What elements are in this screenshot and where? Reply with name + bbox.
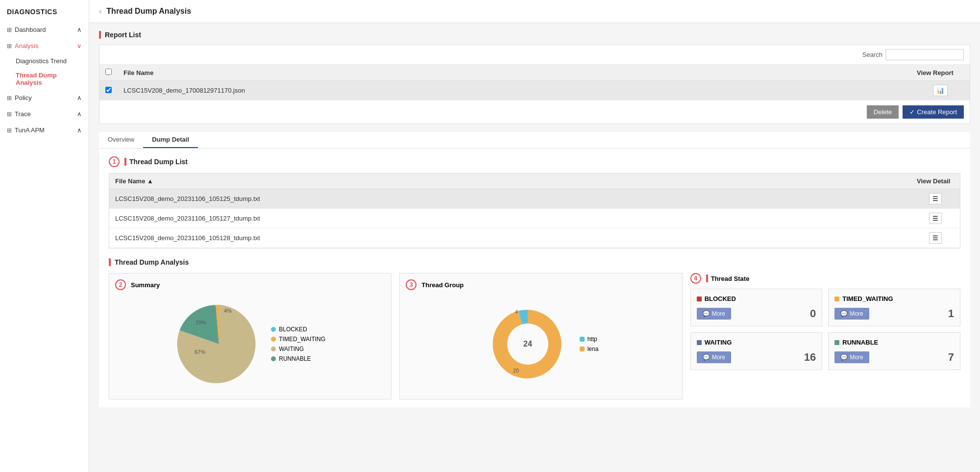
table-row: LCSC15V208_demo_20231106_105128_tdump.tx… [109,228,960,248]
state-label-waiting: WAITING [705,339,732,346]
donut-label-lena: 20 [513,368,519,373]
thread-state-header: 4 Thread State [690,273,960,284]
state-dot-waiting [697,340,702,345]
analysis-icon: ⊞ [7,43,12,50]
more-label-runnable: More [850,354,863,361]
table-row: LCSC15V208_demo_1700812971170.json 📊 [99,81,970,100]
comment-icon-blocked: 💬 [703,310,710,317]
tabs-bar: Overview Dump Detail [99,132,970,149]
view-detail-button-1[interactable]: ☰ [929,213,942,224]
state-count-timed: 1 [948,307,954,320]
create-report-button[interactable]: ✓ Create Report [903,105,964,119]
thread-group-chart-header: 3 Thread Group [406,279,676,290]
pie-label-waiting: 67% [195,349,205,355]
thread-dump-list-card: File Name ▲ View Detail LCSC15V208_demo_… [109,173,960,248]
back-button[interactable]: ‹ [99,7,101,16]
state-blocked-header: BLOCKED [697,295,816,302]
tuna-chevron-icon: ∧ [77,126,82,134]
state-grid: BLOCKED 💬 More 0 [690,289,960,370]
topbar: ‹ Thread Dump Analysis [89,0,980,23]
state-card-runnable: RUNNABLE 💬 More 7 [828,332,960,370]
thread-group-legend: http lena [580,336,599,352]
sidebar-item-tuna-apm[interactable]: ⊞ TunA APM ∧ [0,122,89,138]
report-list-title: Report List [105,31,141,39]
state-label-blocked: BLOCKED [705,295,736,302]
view-report-button[interactable]: 📊 [933,85,948,96]
sidebar-item-policy[interactable]: ⊞ Policy ∧ [0,90,89,106]
donut-chart-svg: 24 4 20 [484,300,572,388]
viewreport-header: View Report [911,65,970,81]
view-detail-button-0[interactable]: ☰ [929,193,942,204]
legend-item-http: http [580,336,599,343]
thread-row-filename: LCSC15V208_demo_20231106_105127_tdump.tx… [109,209,911,228]
sidebar-item-label-tuna: TunA APM [15,126,45,134]
step1-header: 1 Thread Dump List [109,156,960,167]
view-detail-button-2[interactable]: ☰ [929,232,942,244]
legend-dot-http [580,337,585,342]
sidebar: DIAGNOSTICS ⊞ Dashboard ∧ ⊞ Analysis ∨ D… [0,0,89,472]
comment-icon-waiting: 💬 [703,354,710,361]
state-count-waiting: 16 [804,351,816,364]
legend-dot-blocked [271,327,276,332]
state-runnable-header: RUNNABLE [834,339,954,346]
dashboard-icon: ⊞ [7,26,12,33]
sidebar-sub-thread-dump-analysis[interactable]: Thread Dump Analysis [0,68,89,90]
chevron-down-icon: ∨ [77,42,82,50]
section-bar [99,31,101,39]
state-count-runnable: 7 [948,351,954,364]
legend-item-timed-waiting: TIMED_WAITING [271,336,325,343]
more-button-waiting[interactable]: 💬 More [697,351,731,363]
select-all-checkbox[interactable] [105,69,112,75]
tab-dump-detail[interactable]: Dump Detail [143,132,198,148]
thread-filename-header: File Name ▲ [109,174,911,189]
donut-label-http: 4 [515,309,518,315]
table-row: LCSC15V208_demo_20231106_105127_tdump.tx… [109,209,960,228]
action-row: Delete ✓ Create Report [99,100,970,124]
donut-container: 24 4 20 http lena [406,295,676,393]
state-dot-blocked [697,297,702,301]
state-card-blocked: BLOCKED 💬 More 0 [690,289,823,326]
sidebar-item-label-dashboard: Dashboard [15,26,46,33]
more-button-timed[interactable]: 💬 More [834,308,869,320]
legend-item-lena: lena [580,346,599,352]
sidebar-sub-diagnostics-trend[interactable]: Diagnostics Trend [0,54,89,68]
sidebar-item-label-analysis: Analysis [15,42,38,50]
state-waiting-header: WAITING [697,339,816,346]
trace-icon: ⊞ [7,111,12,118]
viewdetail-header: View Detail [911,174,960,189]
legend-label-timed: TIMED_WAITING [279,336,325,343]
sidebar-item-analysis[interactable]: ⊞ Analysis ∨ [0,38,89,54]
sidebar-item-trace[interactable]: ⊞ Trace ∧ [0,106,89,122]
state-runnable-bottom: 💬 More 7 [834,351,954,364]
delete-button[interactable]: Delete [867,105,899,119]
analysis-bar [109,258,111,266]
more-label-blocked: More [712,310,725,317]
tab-overview[interactable]: Overview [99,132,143,148]
policy-chevron-icon: ∧ [77,94,82,101]
thread-state-title: Thread State [711,275,750,282]
legend-item-waiting: WAITING [271,346,325,352]
dump-detail-content: 1 Thread Dump List File Name ▲ View Deta… [99,149,970,407]
step1-bar [124,158,126,166]
summary-title: Summary [131,281,160,289]
legend-label-runnable: RUNNABLE [279,355,311,362]
more-button-runnable[interactable]: 💬 More [834,351,869,363]
sidebar-item-dashboard[interactable]: ⊞ Dashboard ∧ [0,22,89,38]
thread-group-chart-card: 3 Thread Group 24 [399,273,682,399]
thread-dump-table: File Name ▲ View Detail LCSC15V208_demo_… [109,174,960,248]
sidebar-item-label-policy: Policy [15,94,32,101]
search-input[interactable] [885,49,964,60]
create-report-label: Create Report [917,108,957,116]
filename-header: File Name [118,65,911,81]
more-button-blocked[interactable]: 💬 More [697,308,731,320]
row-checkbox[interactable] [105,87,112,93]
step4-circle: 4 [690,273,701,284]
step2-circle: 2 [115,279,126,290]
legend-label-lena: lena [588,346,599,352]
step4-bar [706,274,708,282]
main-content: ‹ Thread Dump Analysis Report List Searc… [89,0,980,472]
state-card-timed-waiting: TIMED_WAITING 💬 More 1 [828,289,960,326]
state-label-timed: TIMED_WAITING [842,295,893,302]
content-area: Report List Search File Name View Report [89,23,980,415]
thread-dump-list-title: Thread Dump List [129,158,188,166]
